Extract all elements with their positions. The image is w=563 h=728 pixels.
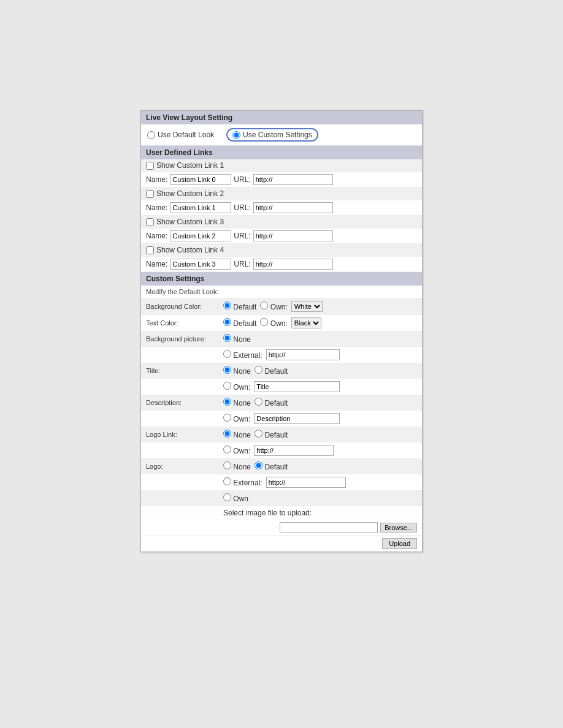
logo-link-row: Logo Link: None Default <box>141 427 422 442</box>
logo-row: Logo: None Default <box>141 459 422 474</box>
use-custom-label[interactable]: Use Custom Settings <box>232 131 312 139</box>
title-own-label[interactable]: Own: <box>223 382 250 392</box>
bg-own-label[interactable]: Own: <box>260 301 287 311</box>
select-image-row: Select image file to upload: <box>141 506 422 520</box>
title-default-label[interactable]: Default <box>255 366 288 376</box>
bg-default-radio[interactable] <box>223 301 231 309</box>
title-own-input[interactable] <box>254 381 340 392</box>
text-default-label[interactable]: Default <box>223 318 256 328</box>
desc-default-label[interactable]: Default <box>255 398 288 408</box>
file-upload-row: Browse... <box>141 520 422 535</box>
link-4-name-input[interactable] <box>170 259 231 270</box>
title-label: Title: <box>146 367 220 374</box>
logo-external-row: External: <box>141 474 422 491</box>
logo-link-own-radio[interactable] <box>223 446 231 453</box>
bg-default-label[interactable]: Default <box>223 301 256 311</box>
description-row: Description: None Default <box>141 395 422 411</box>
logo-own-row: Own <box>141 491 422 506</box>
link-4-url-input[interactable] <box>253 259 333 270</box>
logo-link-label: Logo Link: <box>146 431 220 438</box>
bg-pic-external-label[interactable]: External: <box>223 350 262 360</box>
bg-picture-external-row: External: <box>141 347 422 363</box>
title-row: Title: None Default <box>141 363 422 379</box>
logo-external-label[interactable]: External: <box>223 477 262 487</box>
logo-default-label[interactable]: Default <box>255 461 288 471</box>
link-4-name-label: Name: <box>146 260 167 268</box>
logo-link-own-input[interactable] <box>254 445 334 456</box>
title-own-row: Own: <box>141 379 422 395</box>
bg-pic-external-radio[interactable] <box>223 350 231 358</box>
show-link-2-label: Show Custom Link 2 <box>156 189 224 198</box>
title-none-label[interactable]: None <box>223 366 251 376</box>
use-default-radio[interactable] <box>147 131 155 139</box>
user-defined-links-header: User Defined Links <box>141 146 422 159</box>
bg-picture-row: Background picture: None <box>141 332 422 347</box>
link-3-url-input[interactable] <box>253 230 333 241</box>
desc-own-label[interactable]: Own: <box>223 414 250 423</box>
text-own-label[interactable]: Own: <box>260 318 287 328</box>
title-none-radio[interactable] <box>223 366 231 374</box>
title-own-radio[interactable] <box>223 382 231 390</box>
desc-default-radio[interactable] <box>255 398 262 406</box>
background-color-row: Background Color: Default Own: White <box>141 298 422 315</box>
logo-external-input[interactable] <box>266 477 346 488</box>
show-link-2-checkbox[interactable] <box>146 190 154 198</box>
panel-title: Live View Layout Setting <box>141 111 422 124</box>
logo-link-default-label[interactable]: Default <box>255 430 288 439</box>
link-1-url-label: URL: <box>234 175 250 184</box>
link-3-name-input[interactable] <box>170 230 231 241</box>
logo-own-label[interactable]: Own <box>223 493 248 503</box>
link-2-url-label: URL: <box>234 203 250 212</box>
link-2-url-input[interactable] <box>253 202 333 213</box>
use-custom-oval: Use Custom Settings <box>226 128 318 142</box>
desc-own-radio[interactable] <box>223 414 231 422</box>
link-4-name-row: Name: URL: <box>141 257 422 272</box>
logo-external-radio[interactable] <box>223 477 231 485</box>
show-link-3-row: Show Custom Link 3 <box>141 216 422 229</box>
link-3-name-label: Name: <box>146 232 167 240</box>
title-default-radio[interactable] <box>255 366 262 374</box>
show-link-4-checkbox[interactable] <box>146 246 154 254</box>
show-link-1-checkbox[interactable] <box>146 162 154 170</box>
link-1-url-input[interactable] <box>253 174 333 185</box>
upload-area: Upload <box>141 535 422 552</box>
use-custom-radio[interactable] <box>232 131 240 139</box>
text-color-label: Text Color: <box>146 319 220 327</box>
desc-none-radio[interactable] <box>223 398 231 406</box>
top-bar: Use Default Look Use Custom Settings <box>141 124 422 146</box>
bg-color-select[interactable]: White <box>291 301 323 312</box>
desc-none-label[interactable]: None <box>223 398 251 408</box>
logo-default-radio[interactable] <box>255 461 262 469</box>
logo-link-none-radio[interactable] <box>223 430 231 438</box>
logo-own-radio[interactable] <box>223 493 231 501</box>
upload-button[interactable]: Upload <box>382 538 417 549</box>
browse-button[interactable]: Browse... <box>380 523 417 533</box>
bg-pic-external-input[interactable] <box>266 349 340 360</box>
link-1-name-input[interactable] <box>170 174 231 185</box>
logo-link-default-radio[interactable] <box>255 430 262 438</box>
text-default-radio[interactable] <box>223 318 231 326</box>
file-path-input[interactable] <box>280 522 378 533</box>
logo-link-own-label[interactable]: Own: <box>223 446 250 455</box>
bg-own-radio[interactable] <box>260 301 268 309</box>
logo-none-radio[interactable] <box>223 461 231 469</box>
link-3-name-row: Name: URL: <box>141 229 422 244</box>
text-own-radio[interactable] <box>260 318 268 326</box>
description-own-row: Own: <box>141 411 422 427</box>
logo-link-none-label[interactable]: None <box>223 430 251 439</box>
bg-pic-none-label[interactable]: None <box>223 334 251 344</box>
logo-label: Logo: <box>146 463 220 470</box>
link-2-name-input[interactable] <box>170 202 231 213</box>
show-link-1-row: Show Custom Link 1 <box>141 159 422 172</box>
link-4-url-label: URL: <box>234 260 250 268</box>
show-link-3-label: Show Custom Link 3 <box>156 218 224 226</box>
description-label: Description: <box>146 399 220 406</box>
show-link-4-row: Show Custom Link 4 <box>141 244 422 257</box>
text-color-select[interactable]: Black <box>291 317 321 328</box>
logo-none-label[interactable]: None <box>223 461 251 471</box>
bg-pic-none-radio[interactable] <box>223 334 231 342</box>
show-link-3-checkbox[interactable] <box>146 218 154 226</box>
link-2-name-row: Name: URL: <box>141 200 422 216</box>
use-default-label[interactable]: Use Default Look <box>147 131 214 139</box>
desc-own-input[interactable] <box>254 413 340 424</box>
